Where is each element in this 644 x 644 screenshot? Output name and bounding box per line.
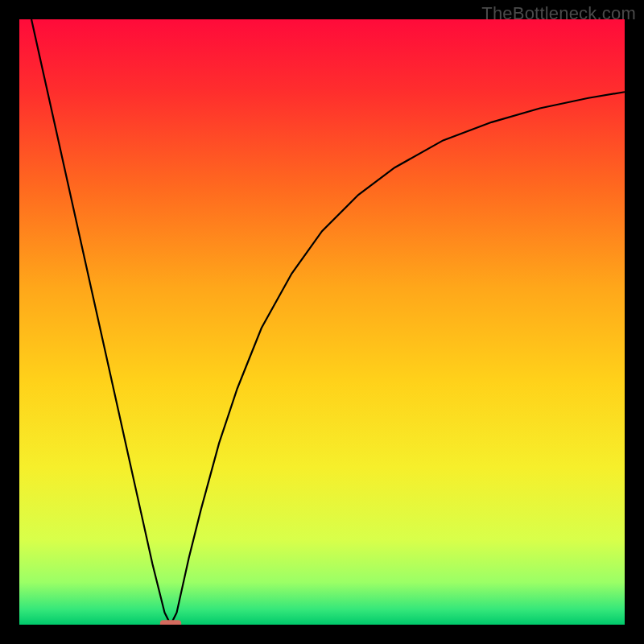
bottleneck-chart [19,19,625,625]
watermark-text: TheBottleneck.com [481,3,636,24]
optimal-marker [160,620,181,625]
chart-frame [19,19,625,625]
